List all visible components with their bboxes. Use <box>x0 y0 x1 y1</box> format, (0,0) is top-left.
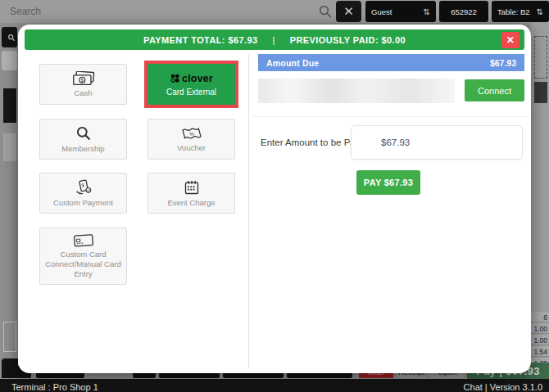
amount-due-label: Amount Due <box>266 58 319 68</box>
close-icon: ✕ <box>506 34 515 46</box>
payment-method-custom-payment[interactable]: $ Custom Payment <box>39 173 127 214</box>
payment-method-card-external[interactable]: clover Card External <box>144 61 238 108</box>
terminal-label: Terminal : Pro Shop 1 <box>11 382 98 392</box>
header-separator: | <box>272 35 274 45</box>
bg-left-search-button <box>2 27 17 47</box>
payment-method-cash[interactable]: $ Cash <box>39 64 127 105</box>
table-selector[interactable]: Table: B2 ⇅ <box>492 1 549 22</box>
clover-logo: clover <box>170 73 213 84</box>
bg-order-value: 1.54 <box>531 346 549 357</box>
clover-icon <box>170 73 180 83</box>
amount-input[interactable] <box>351 125 523 160</box>
scrollbar-track <box>534 36 547 79</box>
close-icon: ✕ <box>343 4 354 19</box>
pay-button-label: PAY $67.93 <box>364 178 413 187</box>
amount-due-bar: Amount Due $67.93 <box>258 54 524 71</box>
section-divider <box>252 116 529 117</box>
order-number: 652922 <box>451 7 477 16</box>
payment-method-event-charge[interactable]: Event Charge <box>147 173 235 214</box>
bg-left-tile <box>3 133 16 161</box>
clover-wordmark: clover <box>182 73 213 84</box>
connect-label: Connect <box>478 86 511 96</box>
bg-left-outline <box>3 322 16 352</box>
calendar-icon <box>184 179 200 196</box>
device-select-redacted[interactable] <box>258 79 455 103</box>
search-input[interactable] <box>10 3 313 20</box>
payment-modal: PAYMENT TOTAL: $67.93 | PREVIOUSLY PAID:… <box>18 25 531 373</box>
payment-method-label: Cash <box>70 88 95 98</box>
panel-divider <box>248 54 249 368</box>
svg-text:$: $ <box>80 182 84 187</box>
bg-left-button <box>2 51 17 70</box>
search-icon <box>318 4 333 19</box>
order-number-box[interactable]: 652922 <box>439 1 488 22</box>
table-label: Table: B2 <box>497 7 530 16</box>
custom-payment-icon: $ <box>75 179 93 196</box>
bg-order-value: 1.00 <box>531 335 549 345</box>
payment-method-label: Voucher <box>174 143 209 153</box>
enter-amount-label: Enter Amount to be Paid <box>261 137 363 147</box>
scrollbar-thumb[interactable] <box>534 82 547 103</box>
chat-version-label[interactable]: Chat | Version 3.1.0 <box>464 382 542 392</box>
connect-button[interactable]: Connect <box>465 79 524 101</box>
cash-icon: $ <box>72 71 95 86</box>
payment-modal-header: PAYMENT TOTAL: $67.93 | PREVIOUSLY PAID:… <box>25 29 524 50</box>
redaction-blur <box>258 79 455 103</box>
bg-order-value: 6 <box>531 312 549 322</box>
modal-close-button[interactable]: ✕ <box>501 32 520 48</box>
payment-method-label: Custom Payment <box>50 198 116 208</box>
previously-paid-label: PREVIOUSLY PAID: $0.00 <box>290 35 406 45</box>
payment-method-custom-card-connect[interactable]: Custom Card Connect/Manual Card Entry <box>39 228 127 285</box>
magnifier-icon <box>75 125 92 142</box>
payment-method-voucher[interactable]: % Voucher <box>147 119 235 160</box>
payment-method-label: Membership <box>58 144 107 154</box>
search-icon <box>7 34 16 42</box>
amount-due-value: $67.93 <box>490 58 516 68</box>
guest-selector[interactable]: Guest ⇅ <box>365 1 436 22</box>
payment-method-label: Custom Card Connect/Manual Card Entry <box>40 250 126 279</box>
credit-card-icon <box>73 233 94 247</box>
pay-button[interactable]: PAY $67.93 <box>356 170 420 195</box>
transfer-icon: ⇅ <box>530 7 543 16</box>
bg-order-value: 1.00 <box>531 323 549 334</box>
close-order-button[interactable]: ✕ <box>336 1 361 22</box>
payment-method-label: Event Charge <box>164 198 218 208</box>
payment-method-membership[interactable]: Membership <box>39 119 127 160</box>
transfer-icon: ⇅ <box>417 7 430 16</box>
payment-method-label: Card External <box>166 88 216 97</box>
guest-label: Guest <box>371 7 392 16</box>
pos-screen: ✕ Guest ⇅ 652922 Table: B2 ⇅ 6 1.00 1.00… <box>0 0 549 392</box>
status-bar: Terminal : Pro Shop 1 Chat | Version 3.1… <box>0 379 549 392</box>
svg-text:%: % <box>188 130 194 137</box>
payment-total-label: PAYMENT TOTAL: $67.93 <box>143 35 257 45</box>
top-bar: ✕ Guest ⇅ 652922 Table: B2 ⇅ <box>0 0 549 23</box>
voucher-icon: % <box>181 126 202 141</box>
bg-left-tile <box>3 88 16 123</box>
